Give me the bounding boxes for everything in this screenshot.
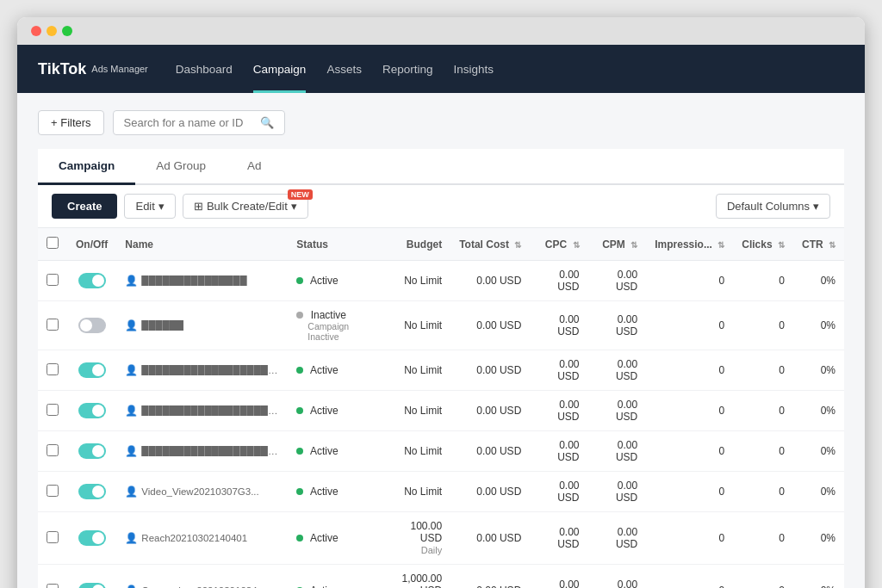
bulk-label: Bulk Create/Edit — [207, 200, 288, 213]
campaign-toggle[interactable] — [78, 530, 106, 546]
row-checkbox — [38, 261, 67, 301]
tab-adgroup[interactable]: Ad Group — [135, 149, 227, 185]
row-select-checkbox[interactable] — [47, 531, 59, 543]
table-row: 👤 Conversions20210301034... Active 1,000… — [38, 565, 844, 589]
status-text: Active — [310, 445, 339, 457]
row-name: 👤 Video_View20210307G3... — [116, 472, 288, 512]
row-toggle — [67, 565, 116, 589]
close-button-icon[interactable] — [31, 26, 41, 36]
browser-window: TikTok Ads Manager Dashboard Campaign As… — [17, 17, 865, 588]
search-box[interactable]: 🔍 — [113, 110, 285, 135]
nav-campaign[interactable]: Campaign — [253, 45, 307, 93]
select-all-checkbox[interactable] — [47, 237, 59, 249]
row-total-cost: 0.00 USD — [450, 431, 530, 472]
nav-reporting[interactable]: Reporting — [382, 45, 433, 93]
status-dot — [296, 407, 303, 414]
row-select-checkbox[interactable] — [47, 584, 59, 589]
nav-assets[interactable]: Assets — [326, 45, 362, 93]
row-checkbox — [38, 391, 67, 431]
edit-button[interactable]: Edit ▾ — [124, 194, 175, 219]
impressions-header[interactable]: Impressio... ⇅ — [646, 228, 733, 261]
sort-icon: ⇅ — [573, 240, 580, 250]
row-select-checkbox[interactable] — [47, 485, 59, 497]
row-cpc: 0.00 USD — [530, 391, 587, 431]
row-impressions: 0 — [646, 565, 733, 589]
status-dot — [296, 312, 303, 319]
campaign-toggle[interactable] — [78, 403, 106, 418]
row-cpc: 0.00 USD — [530, 431, 587, 472]
row-clicks: 0 — [733, 431, 793, 472]
row-impressions: 0 — [646, 431, 733, 472]
cpm-header[interactable]: CPM ⇅ — [588, 228, 647, 261]
fullscreen-button-icon[interactable] — [62, 26, 72, 36]
nav-dashboard[interactable]: Dashboard — [176, 45, 233, 93]
row-ctr: 0% — [793, 431, 844, 472]
row-budget: No Limit — [378, 472, 450, 512]
nav-links: Dashboard Campaign Assets Reporting Insi… — [176, 45, 494, 93]
row-cpc: 0.00 USD — [530, 261, 587, 301]
campaign-name-text: █████████████████████ — [141, 365, 279, 375]
row-cpc: 0.00 USD — [530, 565, 587, 589]
clicks-header[interactable]: Clicks ⇅ — [733, 228, 793, 261]
total-cost-header[interactable]: Total Cost ⇅ — [450, 228, 530, 261]
row-cpc: 0.00 USD — [530, 301, 587, 350]
brand-sub: Ads Manager — [91, 64, 147, 74]
status-dot — [296, 367, 303, 374]
row-status: Active — [288, 261, 378, 301]
ctr-header[interactable]: CTR ⇅ — [793, 228, 844, 261]
row-cpc: 0.00 USD — [530, 350, 587, 391]
table-toolbar: Create Edit ▾ ⊞ Bulk Create/Edit ▾ NEW D… — [38, 185, 844, 228]
campaign-toggle[interactable] — [78, 583, 106, 589]
table-header-row: On/Off Name Status Budget Total Cost ⇅ C… — [38, 228, 844, 261]
person-icon: 👤 — [125, 532, 138, 544]
create-button[interactable]: Create — [52, 194, 117, 219]
campaign-toggle[interactable] — [78, 443, 106, 459]
row-toggle — [67, 350, 116, 391]
table-row: 👤 ███████████████████████ Active No Limi… — [38, 391, 844, 431]
row-cpm: 0.00 USD — [588, 565, 647, 589]
row-ctr: 0% — [793, 472, 844, 512]
row-impressions: 0 — [646, 512, 733, 565]
sort-icon: ⇅ — [514, 240, 521, 250]
row-impressions: 0 — [646, 301, 733, 350]
campaign-panel: Campaign Ad Group Ad Create Edit ▾ ⊞ Bul… — [38, 149, 844, 588]
row-total-cost: 0.00 USD — [450, 565, 530, 589]
status-text: Active — [310, 405, 339, 417]
person-icon: 👤 — [125, 486, 138, 498]
row-clicks: 0 — [733, 350, 793, 391]
bulk-create-edit-button[interactable]: ⊞ Bulk Create/Edit ▾ NEW — [183, 194, 308, 219]
row-name: 👤 Reach20210302140401 — [116, 512, 288, 565]
person-icon: 👤 — [125, 585, 138, 588]
campaign-toggle[interactable] — [78, 318, 106, 333]
row-status: Inactive Campaign Inactive — [288, 301, 378, 350]
row-select-checkbox[interactable] — [47, 319, 59, 331]
browser-chrome — [17, 17, 865, 45]
chevron-down-icon: ▾ — [158, 200, 165, 213]
row-name: 👤 █████████████████████ — [116, 350, 288, 391]
campaign-toggle[interactable] — [78, 273, 106, 288]
default-columns-button[interactable]: Default Columns ▾ — [716, 194, 830, 219]
edit-label: Edit — [135, 200, 154, 213]
row-checkbox — [38, 431, 67, 472]
row-total-cost: 0.00 USD — [450, 350, 530, 391]
row-impressions: 0 — [646, 472, 733, 512]
row-clicks: 0 — [733, 261, 793, 301]
row-budget: No Limit — [378, 391, 450, 431]
tab-ad[interactable]: Ad — [227, 149, 283, 185]
minimize-button-icon[interactable] — [47, 26, 57, 36]
row-select-checkbox[interactable] — [47, 274, 59, 286]
filter-bar: + Filters 🔍 — [38, 110, 844, 135]
filter-button[interactable]: + Filters — [38, 110, 104, 135]
row-select-checkbox[interactable] — [47, 444, 59, 456]
row-select-checkbox[interactable] — [47, 404, 59, 416]
search-input[interactable] — [124, 116, 255, 129]
row-ctr: 0% — [793, 261, 844, 301]
nav-insights[interactable]: Insights — [453, 45, 494, 93]
row-select-checkbox[interactable] — [47, 363, 59, 375]
cpc-header[interactable]: CPC ⇅ — [530, 228, 587, 261]
row-ctr: 0% — [793, 512, 844, 565]
campaign-toggle[interactable] — [78, 484, 106, 499]
row-total-cost: 0.00 USD — [450, 512, 530, 565]
campaign-toggle[interactable] — [78, 362, 106, 378]
tab-campaign[interactable]: Campaign — [38, 149, 135, 185]
